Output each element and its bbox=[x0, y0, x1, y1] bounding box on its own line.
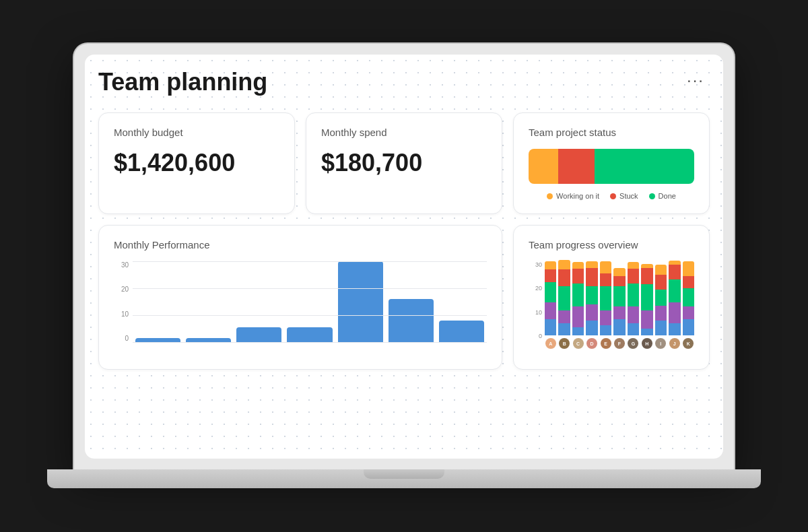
stacked-segment bbox=[545, 302, 556, 319]
avatar-wrap: F bbox=[613, 338, 625, 349]
stacked-bar-col bbox=[641, 264, 652, 335]
stacked-segment bbox=[655, 275, 667, 290]
stacked-bar bbox=[600, 261, 611, 335]
stacked-segment bbox=[586, 321, 597, 335]
stacked-segment bbox=[600, 310, 611, 325]
stacked-segment bbox=[655, 306, 667, 321]
legend-label: Stuck bbox=[619, 192, 638, 200]
stacked-bar bbox=[669, 261, 680, 335]
monthly-performance-title: Monthly Performance bbox=[114, 239, 487, 251]
avatar: G bbox=[628, 338, 638, 349]
legend-label: Working on it bbox=[556, 192, 599, 200]
legend-dot bbox=[610, 193, 616, 199]
laptop-notch bbox=[364, 469, 444, 479]
stacked-segment bbox=[669, 265, 680, 279]
grid-line bbox=[133, 315, 487, 316]
status-segment bbox=[558, 149, 595, 184]
stacked-segment bbox=[683, 288, 694, 306]
stacked-segment bbox=[628, 284, 639, 306]
stacked-segment bbox=[683, 276, 694, 288]
stacked-segment bbox=[613, 276, 625, 286]
status-legend: Working on itStuckDone bbox=[529, 192, 694, 200]
avatar-wrap: B bbox=[558, 338, 570, 349]
avatar: H bbox=[642, 338, 652, 349]
stacked-segment bbox=[545, 319, 556, 335]
stacked-segment bbox=[628, 269, 639, 284]
stacked-segment bbox=[600, 261, 611, 273]
legend-item: Stuck bbox=[610, 192, 638, 200]
stacked-bar bbox=[586, 261, 597, 335]
monthly-budget-value: $1,420,600 bbox=[114, 149, 279, 177]
stacked-segment bbox=[586, 261, 597, 268]
stacked-y-label: 10 bbox=[529, 309, 542, 316]
stacked-segment bbox=[683, 319, 694, 335]
avatar-wrap: D bbox=[586, 338, 597, 349]
status-segment bbox=[595, 149, 694, 184]
stacked-segment bbox=[545, 269, 556, 281]
stacked-bar bbox=[628, 262, 639, 335]
status-segment bbox=[529, 149, 558, 184]
y-label: 20 bbox=[114, 286, 129, 293]
more-options-button[interactable]: ··· bbox=[681, 68, 710, 92]
progress-chart-area: 3020100 ABCDEFGHIJK bbox=[529, 261, 694, 356]
stacked-bar-col bbox=[683, 261, 694, 335]
stacked-segment bbox=[628, 306, 639, 323]
stacked-y-label: 30 bbox=[529, 261, 542, 268]
team-project-status-title: Team project status bbox=[529, 127, 694, 138]
stacked-chart: ABCDEFGHIJK bbox=[545, 261, 694, 356]
stacked-bar bbox=[641, 264, 652, 335]
stacked-segment bbox=[641, 284, 652, 310]
avatar-wrap: E bbox=[600, 338, 611, 349]
monthly-spend-title: Monthly spend bbox=[321, 127, 487, 138]
avatar-wrap: J bbox=[669, 338, 680, 349]
stacked-segment bbox=[600, 286, 611, 311]
stacked-segment bbox=[572, 306, 584, 327]
team-project-status-card: Team project status Working on itStuckDo… bbox=[513, 112, 710, 214]
stacked-segment bbox=[613, 268, 625, 276]
stacked-segment bbox=[586, 304, 597, 321]
status-bar bbox=[529, 149, 694, 184]
stacked-bar-col bbox=[545, 261, 556, 335]
stacked-bar-col bbox=[613, 268, 625, 335]
monthly-budget-title: Monthly budget bbox=[114, 127, 279, 138]
dashboard-grid: Monthly budget $1,420,600 Monthly spend … bbox=[98, 112, 710, 370]
stacked-segment bbox=[628, 323, 639, 335]
stacked-segment bbox=[655, 290, 667, 306]
stacked-segment bbox=[613, 286, 625, 307]
avatar: J bbox=[669, 338, 680, 349]
stacked-segment bbox=[586, 268, 597, 286]
stacked-segment bbox=[558, 310, 570, 323]
team-progress-title: Team progress overview bbox=[529, 239, 694, 251]
screen-inner: Team planning ··· Monthly budget $1,420,… bbox=[85, 55, 723, 459]
avatar: A bbox=[545, 338, 556, 349]
legend-label: Done bbox=[659, 192, 676, 200]
avatar: D bbox=[586, 338, 597, 349]
stacked-bar-col bbox=[572, 262, 584, 335]
stacked-bar-col bbox=[558, 260, 570, 335]
monthly-budget-card: Monthly budget $1,420,600 bbox=[98, 112, 295, 214]
stacked-bar bbox=[558, 260, 570, 335]
y-label: 0 bbox=[114, 335, 129, 342]
grid-line bbox=[133, 288, 487, 289]
avatar: I bbox=[655, 338, 666, 349]
monthly-performance-card: Monthly Performance 3020100 bbox=[98, 225, 502, 370]
y-label: 10 bbox=[114, 310, 129, 318]
avatar-wrap: C bbox=[572, 338, 584, 349]
avatar-wrap: I bbox=[655, 338, 667, 349]
stacked-segment bbox=[655, 265, 667, 275]
stacked-segment bbox=[545, 261, 556, 269]
avatar-wrap: A bbox=[545, 338, 556, 349]
stacked-segment bbox=[683, 261, 694, 276]
laptop-screen: Team planning ··· Monthly budget $1,420,… bbox=[74, 44, 734, 469]
legend-item: Working on it bbox=[547, 192, 599, 200]
stacked-bar bbox=[545, 261, 556, 335]
stacked-segment bbox=[641, 268, 652, 284]
avatar: E bbox=[601, 338, 611, 349]
grid-line bbox=[133, 342, 487, 343]
avatar-wrap: H bbox=[641, 338, 652, 349]
monthly-spend-card: Monthly spend $180,700 bbox=[306, 112, 502, 214]
stacked-segment bbox=[558, 260, 570, 270]
avatar-wrap: K bbox=[683, 338, 694, 349]
page-title: Team planning bbox=[98, 68, 267, 96]
stacked-bar-col bbox=[655, 265, 667, 335]
